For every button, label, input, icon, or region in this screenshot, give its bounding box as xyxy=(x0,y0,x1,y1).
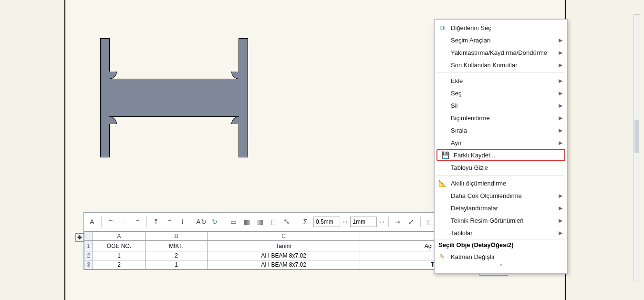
row-num-3[interactable]: 3 xyxy=(84,260,93,269)
submenu-arrow-icon: ▶ xyxy=(559,217,562,224)
insert-button[interactable]: ▤ xyxy=(268,217,279,227)
menu-item-label: Biçimlendirme xyxy=(451,114,490,122)
corner-cell[interactable] xyxy=(84,232,93,241)
smart-dim-icon: 📐 xyxy=(437,178,447,188)
text-angle-button[interactable]: A↻ xyxy=(196,217,207,227)
toolbar-separator xyxy=(296,217,296,227)
height-spinner[interactable]: ‹› xyxy=(380,219,384,225)
header-qty[interactable]: MİKT. xyxy=(145,241,208,251)
submenu-arrow-icon: ▶ xyxy=(559,193,562,199)
valign-top-button[interactable]: ⤒ xyxy=(151,217,161,227)
valign-bottom-button[interactable]: ⤓ xyxy=(177,217,188,227)
blank-icon xyxy=(437,76,447,85)
menu-item-select-others[interactable]: ⧉Diğerlerini Seç xyxy=(435,21,567,34)
header-desc[interactable]: Tanım xyxy=(208,241,360,251)
ibeam-fillet-br xyxy=(231,116,239,124)
row-num-1[interactable]: 1 xyxy=(84,241,93,251)
cell-qty[interactable]: 1 xyxy=(145,260,208,269)
menu-item-more-dim[interactable]: Daha Çok Ölçümlendirme▶ xyxy=(435,189,567,202)
blank-icon xyxy=(437,216,447,225)
menu-item-detailing[interactable]: Detaylandırmalar▶ xyxy=(435,202,567,214)
menu-item-select-tools[interactable]: Seçim Araçları▶ xyxy=(435,34,567,46)
blank-icon xyxy=(437,35,447,45)
menu-item-recent[interactable]: Son Kullanılan Komutlar▶ xyxy=(435,59,567,71)
cell-itemno[interactable]: 2 xyxy=(93,260,145,269)
menu-item-format[interactable]: Biçimlendirme▶ xyxy=(435,112,567,124)
merge-button[interactable]: ▦ xyxy=(241,217,252,227)
menu-item-delete[interactable]: Sil▶ xyxy=(435,99,567,112)
submenu-arrow-icon: ▶ xyxy=(559,90,562,96)
menu-item-add[interactable]: Ekle▶ xyxy=(435,74,567,87)
menu-item-label: Seçim Araçları xyxy=(451,37,491,44)
cell-desc[interactable]: AI I BEAM 8x7.02 xyxy=(208,260,360,269)
submenu-arrow-icon: ▶ xyxy=(559,127,562,134)
menu-item-label: Daha Çok Ölçümlendirme xyxy=(451,192,522,199)
menu-item-label: Farklı Kaydet... xyxy=(454,152,495,159)
menu-item-label: Ekle xyxy=(451,77,463,84)
menu-item-hide-table[interactable]: Tabloyu Gizle xyxy=(435,161,567,174)
align-left-button[interactable]: ≡ xyxy=(105,217,116,227)
submenu-arrow-icon: ▶ xyxy=(559,37,562,43)
context-menu-separator xyxy=(437,72,564,73)
col-header-b[interactable]: B xyxy=(145,232,208,241)
row-height-input[interactable] xyxy=(350,217,377,227)
menu-item-smart-dim[interactable]: 📐Akıllı ölçümlendirme xyxy=(435,177,567,189)
sum-button[interactable]: Σ xyxy=(300,217,311,227)
menu-item-select[interactable]: Seç▶ xyxy=(435,87,567,99)
context-menu-expand[interactable]: ˅ xyxy=(435,263,567,271)
menu-item-label: Son Kullanılan Komutlar xyxy=(451,62,517,69)
cell-itemno[interactable]: 1 xyxy=(93,251,145,260)
vertical-scrollbar[interactable] xyxy=(634,14,640,281)
table-props-button[interactable]: ▦ xyxy=(425,217,435,227)
lock-width-button[interactable]: ⇥ xyxy=(393,217,403,227)
row-num-2[interactable]: 2 xyxy=(84,251,93,260)
menu-item-label: Diğerlerini Seç xyxy=(451,24,491,31)
submenu-arrow-icon: ▶ xyxy=(559,115,562,121)
blank-icon xyxy=(437,113,447,123)
menu-item-change-layer[interactable]: ✎Katman Değiştir xyxy=(435,250,567,263)
border-thickness-input[interactable] xyxy=(313,217,340,227)
blank-icon xyxy=(437,203,447,213)
toolbar-separator xyxy=(101,217,102,227)
blank-icon xyxy=(437,138,447,147)
menu-item-tables[interactable]: Tablolar▶ xyxy=(435,227,567,239)
rotate-button[interactable]: ↻ xyxy=(209,217,220,227)
toolbar-separator xyxy=(420,217,421,227)
menu-item-zoom-pan-rotate[interactable]: Yakınlaştırma/Kaydırma/Döndürme▶ xyxy=(435,46,567,59)
header-item-no[interactable]: ÖĞE NO. xyxy=(93,241,145,251)
split-button[interactable]: ▥ xyxy=(255,217,265,227)
header-row-button[interactable]: ▭ xyxy=(228,217,239,227)
thickness-spinner[interactable]: ‹› xyxy=(343,219,347,225)
col-header-c[interactable]: C xyxy=(208,232,360,241)
cell-qty[interactable]: 2 xyxy=(145,251,208,260)
blank-icon xyxy=(437,60,447,70)
menu-item-label: Yakınlaştırma/Kaydırma/Döndürme xyxy=(451,49,547,56)
align-right-button[interactable]: ≡ xyxy=(132,217,143,227)
ibeam-fillet-tl xyxy=(109,72,117,79)
font-style-button[interactable]: A xyxy=(87,217,97,227)
menu-item-label: Sırala xyxy=(451,127,467,134)
menu-item-save-as[interactable]: 💾Farklı Kaydet... xyxy=(436,149,565,161)
toolbar-separator xyxy=(224,217,224,227)
ibeam-web xyxy=(109,79,239,117)
save-as-icon: 💾 xyxy=(440,150,450,160)
table-move-handle[interactable]: ✥ xyxy=(75,233,84,242)
menu-item-split[interactable]: Ayır▶ xyxy=(435,136,567,149)
ibeam-flange-right xyxy=(239,38,248,157)
scroll-thumb[interactable] xyxy=(634,120,639,153)
valign-middle-button[interactable]: ≡ xyxy=(164,217,175,227)
menu-item-label: Tabloyu Gizle xyxy=(451,164,488,171)
submenu-arrow-icon: ▶ xyxy=(559,103,562,109)
select-others-icon: ⧉ xyxy=(437,23,447,32)
cell-desc[interactable]: AI I BEAM 8x7.02 xyxy=(208,251,360,260)
blank-icon xyxy=(437,88,447,98)
menu-item-sort[interactable]: Sırala▶ xyxy=(435,124,567,136)
menu-item-drawing-views[interactable]: Teknik Resim Görünümleri▶ xyxy=(435,214,567,227)
ibeam-part[interactable] xyxy=(100,38,248,157)
ibeam-fillet-tr xyxy=(231,72,239,79)
submenu-arrow-icon: ▶ xyxy=(559,230,562,236)
lock-height-button[interactable]: ⤢ xyxy=(406,217,416,227)
align-center-button[interactable]: ≣ xyxy=(119,217,129,227)
equation-button[interactable]: ✎ xyxy=(281,217,292,227)
col-header-a[interactable]: A xyxy=(93,232,145,241)
